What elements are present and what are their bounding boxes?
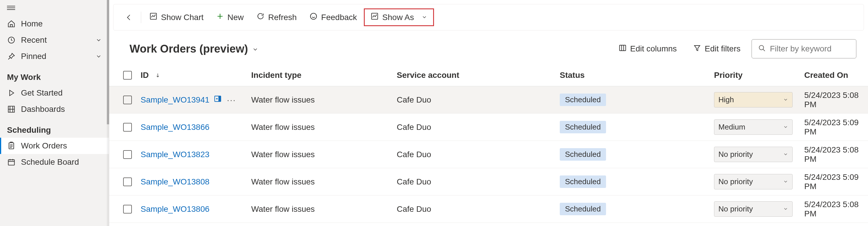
column-header-service-account[interactable]: Service account bbox=[397, 71, 560, 80]
work-order-link[interactable]: Sample_WO13823 bbox=[141, 150, 210, 159]
priority-select[interactable]: No priority bbox=[714, 147, 793, 162]
button-label: Show As bbox=[382, 13, 414, 22]
home-icon bbox=[7, 20, 16, 28]
feedback-button[interactable]: Feedback bbox=[304, 9, 363, 25]
row-checkbox[interactable] bbox=[123, 178, 132, 186]
column-label: ID bbox=[141, 71, 149, 80]
svg-rect-1 bbox=[9, 143, 14, 149]
priority-value: High bbox=[718, 95, 734, 104]
row-checkbox[interactable] bbox=[123, 150, 132, 159]
show-as-button[interactable]: Show As bbox=[365, 9, 433, 25]
sidebar-item-work-orders[interactable]: Work Orders bbox=[0, 138, 109, 154]
sidebar-item-label: Schedule Board bbox=[21, 157, 103, 167]
priority-select[interactable]: No priority bbox=[714, 174, 793, 189]
column-header-status[interactable]: Status bbox=[560, 71, 714, 80]
column-label: Status bbox=[560, 71, 585, 80]
incident-type-value: Water flow issues bbox=[251, 95, 315, 104]
table-row[interactable]: Sample_WO13806Water flow issuesCafe DuoS… bbox=[109, 195, 868, 223]
sidebar-item-home[interactable]: Home bbox=[0, 16, 109, 32]
column-header-incident-type[interactable]: Incident type bbox=[251, 71, 397, 80]
service-account-value: Cafe Duo bbox=[397, 177, 431, 186]
chevron-down-icon bbox=[422, 13, 427, 22]
chevron-down-icon bbox=[783, 204, 788, 214]
status-badge: Scheduled bbox=[560, 121, 606, 133]
row-checkbox[interactable] bbox=[123, 205, 132, 214]
sidebar-item-recent[interactable]: Recent bbox=[0, 32, 109, 48]
svg-point-7 bbox=[759, 45, 764, 50]
sort-down-icon bbox=[155, 71, 160, 80]
column-header-priority[interactable]: Priority bbox=[714, 71, 804, 80]
priority-value: No priority bbox=[718, 204, 753, 214]
play-icon bbox=[7, 88, 16, 97]
sidebar-item-get-started[interactable]: Get Started bbox=[0, 85, 109, 101]
show-as-highlight-box: Show As bbox=[364, 8, 434, 26]
table-header-row: ID Incident type Service account Status … bbox=[109, 64, 868, 86]
created-on-value: 5/24/2023 5:08 PM bbox=[804, 145, 859, 163]
service-account-value: Cafe Duo bbox=[397, 150, 431, 159]
clipboard-icon bbox=[7, 142, 16, 150]
sidebar-item-schedule-board[interactable]: Schedule Board bbox=[0, 154, 109, 170]
sidebar-item-pinned[interactable]: Pinned bbox=[0, 48, 109, 65]
button-label: Edit filters bbox=[705, 44, 741, 53]
work-order-link[interactable]: Sample_WO13808 bbox=[141, 177, 210, 187]
table-row[interactable]: Sample_WO13823Water flow issuesCafe DuoS… bbox=[109, 141, 868, 168]
hamburger-menu-icon[interactable] bbox=[7, 6, 15, 10]
search-icon bbox=[758, 44, 766, 53]
view-header: Work Orders (preview) Edit columns Edit … bbox=[109, 31, 868, 64]
column-label: Created On bbox=[804, 71, 848, 80]
show-chart-button[interactable]: Show Chart bbox=[144, 9, 209, 25]
chevron-down-icon bbox=[94, 53, 103, 60]
priority-value: No priority bbox=[718, 150, 753, 159]
filter-icon bbox=[693, 44, 701, 54]
row-checkbox[interactable] bbox=[123, 96, 132, 104]
new-button[interactable]: New bbox=[211, 10, 249, 25]
work-order-link[interactable]: Sample_WO13806 bbox=[141, 204, 210, 214]
sidebar-item-dashboards[interactable]: Dashboards bbox=[0, 101, 109, 117]
page-title: Work Orders (preview) bbox=[129, 43, 248, 55]
service-account-value: Cafe Duo bbox=[397, 123, 431, 131]
table-row[interactable]: Sample_WO13941···Water flow issuesCafe D… bbox=[109, 86, 868, 114]
chevron-down-icon bbox=[783, 95, 788, 104]
column-header-created-on[interactable]: Created On bbox=[804, 71, 863, 80]
button-label: Refresh bbox=[268, 13, 297, 22]
created-on-value: 5/24/2023 5:09 PM bbox=[804, 118, 859, 136]
column-label: Service account bbox=[397, 71, 459, 80]
edit-columns-button[interactable]: Edit columns bbox=[613, 41, 682, 57]
plus-icon bbox=[216, 12, 224, 22]
chevron-down-icon bbox=[783, 123, 788, 131]
incident-type-value: Water flow issues bbox=[251, 177, 315, 186]
svg-rect-6 bbox=[619, 45, 625, 50]
chevron-down-icon bbox=[783, 150, 788, 159]
main-content: Show Chart New Refresh Feedback Show As … bbox=[109, 0, 868, 226]
created-on-value: 5/24/2023 5:08 PM bbox=[804, 90, 859, 109]
incident-type-value: Water flow issues bbox=[251, 123, 315, 131]
refresh-button[interactable]: Refresh bbox=[251, 9, 303, 25]
command-bar: Show Chart New Refresh Feedback Show As bbox=[113, 4, 864, 31]
filter-input-container[interactable] bbox=[751, 39, 856, 59]
sidebar-section-header: Scheduling bbox=[0, 117, 109, 138]
smiley-icon bbox=[309, 12, 317, 23]
sidebar-item-label: Work Orders bbox=[21, 141, 103, 150]
priority-select[interactable]: Medium bbox=[714, 119, 793, 135]
view-title-dropdown[interactable]: Work Orders (preview) bbox=[129, 43, 258, 55]
status-badge: Scheduled bbox=[560, 93, 606, 106]
edit-filters-button[interactable]: Edit filters bbox=[688, 41, 746, 57]
status-badge: Scheduled bbox=[560, 176, 606, 188]
open-side-pane-icon[interactable] bbox=[214, 95, 222, 105]
back-button[interactable] bbox=[119, 11, 138, 24]
button-label: Feedback bbox=[321, 13, 357, 22]
more-icon[interactable]: ··· bbox=[227, 95, 236, 105]
row-checkbox[interactable] bbox=[123, 123, 132, 131]
chevron-down-icon bbox=[252, 43, 258, 55]
priority-select[interactable]: No priority bbox=[714, 201, 793, 217]
work-order-link[interactable]: Sample_WO13941 bbox=[141, 95, 210, 105]
dashboard-icon bbox=[7, 105, 16, 114]
select-all-checkbox[interactable] bbox=[123, 71, 132, 80]
table-row[interactable]: Sample_WO13866Water flow issuesCafe DuoS… bbox=[109, 114, 868, 141]
priority-value: Medium bbox=[718, 123, 745, 131]
column-header-id[interactable]: ID bbox=[141, 71, 251, 80]
filter-input[interactable] bbox=[770, 44, 850, 53]
table-row[interactable]: Sample_WO13808Water flow issuesCafe DuoS… bbox=[109, 168, 868, 195]
priority-select[interactable]: High bbox=[714, 92, 793, 108]
work-order-link[interactable]: Sample_WO13866 bbox=[141, 123, 210, 132]
